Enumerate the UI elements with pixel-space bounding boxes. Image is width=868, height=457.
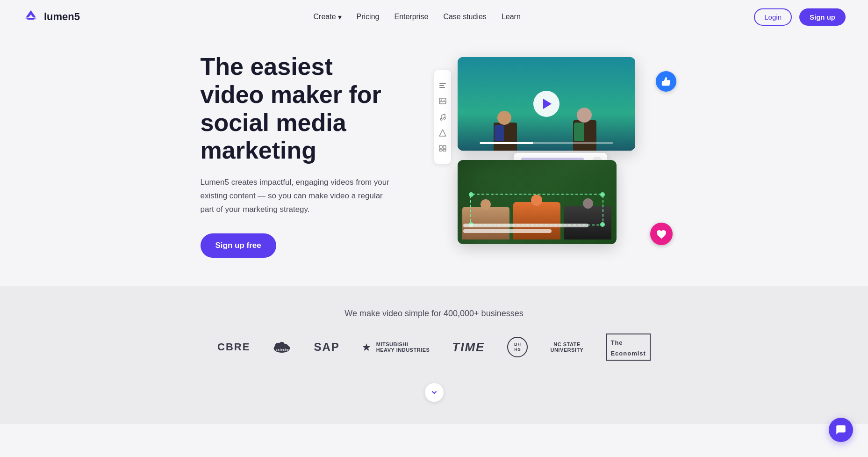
editor-sidebar	[434, 70, 451, 164]
nav-create[interactable]: Create ▾	[314, 13, 342, 22]
nav-links: Create ▾ Pricing Enterprise Case studies…	[314, 13, 521, 22]
play-button[interactable]	[533, 91, 560, 117]
selection-rect	[470, 194, 604, 225]
logo-text: lumen5	[44, 11, 80, 23]
greenery-scene	[458, 160, 617, 244]
nav-case-studies[interactable]: Case studies	[443, 13, 487, 21]
brand-cbre: CBRE	[217, 341, 250, 353]
nav-actions: Login Sign up	[754, 8, 846, 26]
layout-tool-icon[interactable]	[438, 144, 447, 152]
play-triangle-icon	[543, 99, 552, 109]
brand-tool-icon[interactable]	[438, 129, 447, 137]
handle-tl	[469, 192, 473, 197]
signup-hero-button[interactable]: Sign up free	[201, 233, 276, 258]
brand-economist: TheEconomist	[606, 334, 650, 361]
like-icon	[656, 71, 676, 92]
brand-bhhs: BHHS	[507, 337, 528, 357]
text-line-1	[463, 224, 589, 227]
svg-rect-11	[443, 145, 446, 148]
chat-button[interactable]	[829, 418, 853, 442]
heart-icon	[650, 223, 673, 245]
svg-point-6	[440, 100, 442, 101]
hero-description: Lumen5 creates impactful, engaging video…	[201, 176, 397, 217]
scroll-down-icon[interactable]	[425, 383, 444, 402]
svg-rect-5	[439, 98, 446, 104]
hero-section: The easiest video maker for social media…	[0, 34, 868, 286]
brand-time: TIME	[452, 340, 485, 355]
brands-logos: CBRE salesforce SAP MITSUBISHIHEAVY INDU…	[217, 334, 651, 361]
chevron-down-icon: ▾	[338, 13, 342, 22]
svg-point-17	[279, 342, 285, 348]
video-card-main[interactable]	[458, 57, 635, 151]
svg-rect-10	[439, 145, 442, 148]
navbar: lumen5 Create ▾ Pricing Enterprise Case …	[0, 0, 868, 34]
svg-point-7	[440, 118, 442, 120]
svg-text:salesforce: salesforce	[276, 348, 291, 351]
video-text-lines	[463, 224, 611, 233]
brands-tagline: We make video simple for 400,000+ busine…	[344, 309, 523, 319]
signup-nav-button[interactable]: Sign up	[799, 8, 846, 26]
svg-rect-12	[439, 149, 442, 151]
nav-pricing[interactable]: Pricing	[357, 13, 380, 21]
brand-mitsubishi: MITSUBISHIHEAVY INDUSTRIES	[362, 341, 430, 353]
logo-link[interactable]: lumen5	[22, 8, 80, 25]
hero-left: The easiest video maker for social media…	[201, 53, 397, 258]
brand-nc-state: NC STATEUNIVERSITY	[550, 341, 583, 353]
brand-salesforce: salesforce	[273, 341, 291, 354]
video-mockup: +	[434, 57, 668, 254]
image-tool-icon[interactable]	[438, 97, 447, 105]
hero-right: +	[434, 57, 668, 254]
svg-point-8	[444, 117, 445, 119]
brand-sap: SAP	[314, 341, 339, 354]
hero-title: The easiest video maker for social media…	[201, 53, 397, 165]
text-tool-icon[interactable]	[438, 81, 447, 90]
music-tool-icon[interactable]	[438, 113, 447, 121]
login-button[interactable]: Login	[754, 8, 792, 26]
lumen5-logo-icon	[22, 8, 39, 25]
text-line-2	[463, 229, 552, 233]
svg-marker-9	[439, 130, 446, 136]
video-scene	[458, 57, 635, 151]
nav-learn[interactable]: Learn	[502, 13, 521, 21]
svg-rect-1	[27, 18, 35, 20]
video-card-second[interactable]	[458, 160, 617, 244]
svg-rect-13	[443, 149, 446, 151]
nav-enterprise[interactable]: Enterprise	[394, 13, 428, 21]
bottom-arrow	[425, 376, 444, 402]
svg-marker-19	[363, 343, 370, 351]
brands-section: We make video simple for 400,000+ busine…	[0, 286, 868, 424]
